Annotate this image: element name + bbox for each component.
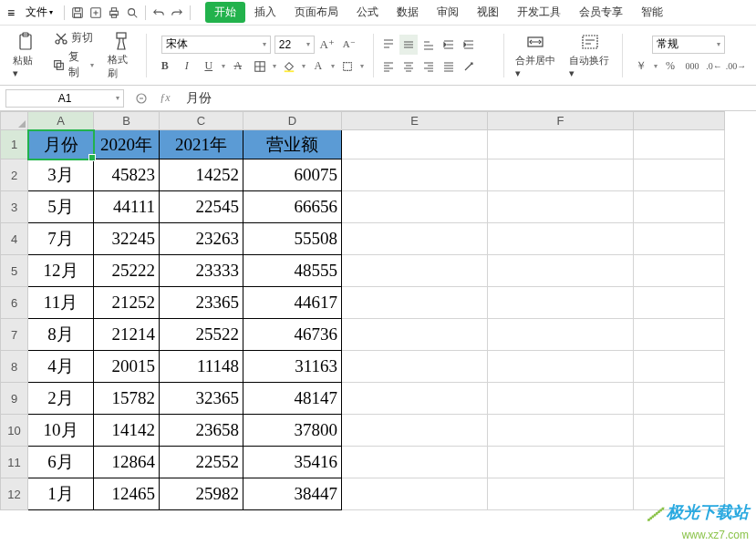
cell[interactable]	[488, 255, 634, 287]
cell[interactable]: 44617	[243, 287, 342, 319]
col-header[interactable]: E	[342, 112, 488, 130]
cell[interactable]: 12465	[94, 478, 160, 510]
tab-devtools[interactable]: 开发工具	[508, 2, 570, 23]
font-name-select[interactable]: 宋体▾	[161, 36, 271, 54]
tab-member[interactable]: 会员专享	[570, 2, 632, 23]
cell[interactable]	[634, 447, 725, 478]
cell[interactable]	[634, 287, 725, 319]
cell[interactable]: 31163	[243, 351, 342, 383]
row-header[interactable]: 10	[1, 415, 28, 447]
cell[interactable]	[634, 191, 725, 223]
spreadsheet-grid[interactable]: A B C D E F 1 月份 2020年 2021年 营业额 23月4582…	[0, 111, 756, 510]
italic-button[interactable]: I	[178, 57, 196, 76]
cell[interactable]: 37800	[243, 415, 342, 447]
underline-button[interactable]: U	[200, 57, 218, 76]
cell[interactable]	[488, 191, 634, 223]
row-header[interactable]: 2	[1, 159, 28, 191]
cell[interactable]: 12864	[94, 447, 160, 478]
cell[interactable]: 25982	[160, 478, 243, 510]
cell[interactable]: 32245	[94, 223, 160, 255]
cell[interactable]: 21214	[94, 319, 160, 351]
save-icon[interactable]	[68, 4, 87, 22]
cell[interactable]	[634, 223, 725, 255]
formula-value[interactable]: 月份	[181, 90, 217, 107]
cell[interactable]	[488, 415, 634, 447]
row-header[interactable]: 3	[1, 191, 28, 223]
align-left-icon[interactable]	[379, 57, 398, 77]
cell[interactable]	[488, 223, 634, 255]
cell[interactable]: 15782	[94, 383, 160, 415]
cell[interactable]: 10月	[28, 415, 94, 447]
cell[interactable]: 6月	[28, 447, 94, 478]
cell[interactable]	[342, 287, 488, 319]
cell[interactable]: 22552	[160, 447, 243, 478]
cell[interactable]: 35416	[243, 447, 342, 478]
col-header[interactable]: F	[488, 112, 634, 130]
row-header[interactable]: 7	[1, 319, 28, 351]
col-header[interactable]: C	[160, 112, 243, 130]
cut-button[interactable]: 剪切	[51, 29, 96, 46]
cell[interactable]: 60075	[243, 159, 342, 191]
strike-button[interactable]: A	[229, 57, 247, 76]
cell[interactable]: 23365	[160, 287, 243, 319]
print-icon[interactable]	[105, 4, 123, 22]
cell[interactable]: 21252	[94, 287, 160, 319]
tab-smart[interactable]: 智能	[632, 2, 672, 23]
col-header[interactable]: A	[28, 112, 94, 130]
tab-pagelayout[interactable]: 页面布局	[285, 2, 347, 23]
format-painter-button[interactable]: 格式刷	[102, 29, 140, 82]
row-header[interactable]: 12	[1, 478, 28, 510]
cell[interactable]: 营业额	[243, 130, 342, 159]
cell[interactable]	[342, 255, 488, 287]
cell[interactable]: 7月	[28, 223, 94, 255]
cell[interactable]	[488, 447, 634, 478]
cell[interactable]: 48555	[243, 255, 342, 287]
cell[interactable]: 25222	[94, 255, 160, 287]
tab-view[interactable]: 视图	[468, 2, 508, 23]
file-menu[interactable]: 文件	[18, 3, 60, 22]
cell[interactable]	[634, 159, 725, 191]
tab-insert[interactable]: 插入	[245, 2, 285, 23]
print-preview-icon[interactable]	[123, 4, 141, 22]
tab-data[interactable]: 数据	[388, 2, 428, 23]
cell[interactable]	[342, 415, 488, 447]
align-bottom-icon[interactable]	[419, 35, 438, 55]
row-header[interactable]: 6	[1, 287, 28, 319]
cell[interactable]: 11148	[160, 351, 243, 383]
cell[interactable]: 45823	[94, 159, 160, 191]
decrease-decimal-icon[interactable]: .0←	[705, 57, 723, 76]
cell[interactable]: 12月	[28, 255, 94, 287]
comma-icon[interactable]: 000	[683, 57, 701, 76]
cell[interactable]	[342, 447, 488, 478]
cell[interactable]	[488, 383, 634, 415]
border-button[interactable]	[251, 57, 269, 76]
font-size-select[interactable]: 22▾	[274, 36, 315, 54]
increase-font-icon[interactable]: A⁺	[318, 36, 337, 54]
row-header[interactable]: 4	[1, 223, 28, 255]
cancel-icon[interactable]	[133, 90, 150, 107]
cell[interactable]	[342, 223, 488, 255]
tab-home[interactable]: 开始	[205, 2, 245, 23]
row-header[interactable]: 5	[1, 255, 28, 287]
cell[interactable]: 3月	[28, 159, 94, 191]
redo-icon[interactable]	[168, 4, 186, 22]
cell[interactable]: 20015	[94, 351, 160, 383]
row-header[interactable]: 1	[1, 130, 28, 159]
cell[interactable]: 32365	[160, 383, 243, 415]
select-all-corner[interactable]	[1, 112, 28, 130]
col-header[interactable]: D	[243, 112, 342, 130]
fx-icon[interactable]: ƒx	[157, 90, 173, 107]
cell[interactable]: 4月	[28, 351, 94, 383]
cell[interactable]	[342, 159, 488, 191]
cell[interactable]	[488, 351, 634, 383]
row-header[interactable]: 9	[1, 383, 28, 415]
align-top-icon[interactable]	[379, 35, 398, 55]
align-center-icon[interactable]	[399, 57, 418, 77]
cell[interactable]	[488, 130, 634, 159]
col-header[interactable]	[634, 112, 725, 130]
cell[interactable]: 2020年	[94, 130, 160, 159]
cell[interactable]: 11月	[28, 287, 94, 319]
hamburger-icon[interactable]: ≡	[4, 5, 18, 20]
cell[interactable]: 25522	[160, 319, 243, 351]
cell[interactable]: 22545	[160, 191, 243, 223]
